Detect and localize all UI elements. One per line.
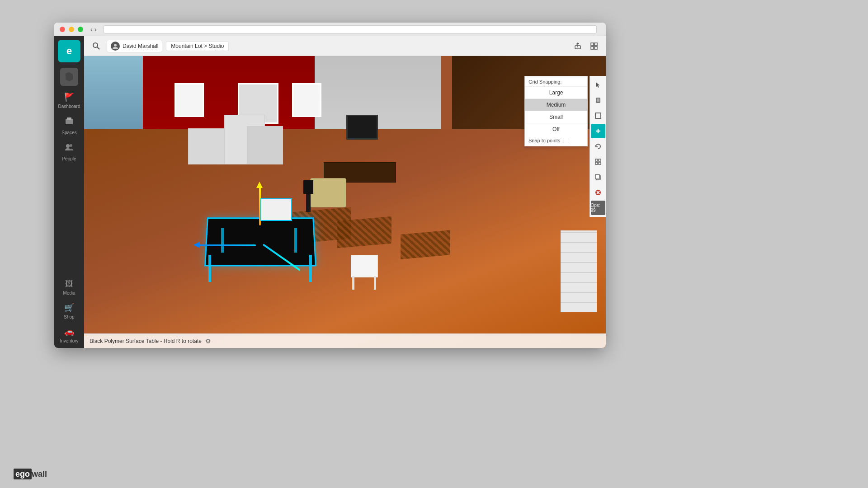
wall-text: wall — [32, 469, 47, 479]
people-icon — [64, 142, 74, 155]
sidebar-item-media[interactable]: 🖼 Media — [54, 277, 84, 298]
table-leg-3 — [221, 228, 224, 253]
titlebar: ‹ › — [54, 23, 606, 36]
select-cursor-icon — [594, 81, 602, 89]
view-toggle-button[interactable] — [588, 40, 600, 52]
add-icon — [594, 127, 602, 135]
share-button[interactable] — [571, 40, 584, 52]
status-bar: Black Polymer Surface Table - Hold R to … — [84, 333, 606, 348]
snap-option-large[interactable]: Large — [525, 87, 587, 99]
svg-rect-18 — [599, 159, 601, 161]
user-pill[interactable]: David Marshall — [107, 40, 162, 52]
toolbar: David Marshall Mountain Lot > Studio — [84, 36, 606, 56]
snap-to-points-row: Snap to points — [525, 135, 587, 146]
art-frame-3 — [292, 83, 321, 117]
snap-to-points-label: Snap to points — [528, 138, 560, 143]
armchair — [310, 178, 346, 207]
svg-point-2 — [66, 144, 70, 148]
tool-rotate[interactable] — [591, 139, 605, 154]
inventory-icon: 🚗 — [64, 327, 74, 337]
move-arrow-horizontal-left — [197, 244, 256, 246]
svg-rect-1 — [67, 117, 71, 120]
egowall-branding: egowall — [14, 469, 47, 479]
stool-leg-2 — [374, 276, 376, 290]
sidebar-label-media: Media — [63, 291, 75, 296]
svg-line-5 — [97, 47, 99, 49]
tool-add[interactable] — [591, 124, 605, 138]
sidebar-item-shop[interactable]: 🛒 Shop — [54, 300, 84, 322]
status-settings-icon[interactable]: ⚙ — [205, 338, 211, 345]
minimize-button[interactable] — [69, 27, 74, 32]
tv-screen — [346, 115, 378, 140]
grid-icon — [594, 158, 602, 165]
ops-label: Ops: 99 — [591, 203, 605, 213]
view-icon — [590, 42, 598, 50]
rotate-icon — [594, 143, 602, 150]
app-window: ‹ › e 🚩 Dashboard — [54, 23, 606, 348]
grid-snap-panel: Grid Snapping: Large Medium Small Off Sn… — [524, 76, 588, 146]
svg-point-4 — [93, 43, 98, 47]
app-icon — [60, 68, 78, 86]
tool-paint[interactable] — [591, 93, 605, 108]
svg-point-6 — [114, 44, 117, 47]
sidebar-label-shop: Shop — [64, 314, 74, 319]
move-arrow-left-head — [193, 242, 200, 248]
share-icon — [574, 42, 582, 50]
sidebar-label-people: People — [62, 156, 76, 161]
sidebar-item-inventory[interactable]: 🚗 Inventory — [54, 324, 84, 346]
user-name: David Marshall — [123, 43, 158, 49]
media-icon: 🖼 — [65, 279, 73, 289]
logo-icon: e — [66, 45, 72, 57]
sidebar-item-people[interactable]: People — [54, 140, 84, 164]
copy-icon — [594, 174, 602, 181]
sidebar-item-dashboard[interactable]: 🚩 Dashboard — [54, 89, 84, 112]
logo[interactable]: e — [58, 40, 80, 62]
viewport[interactable]: Black Polymer Surface Table - Hold R to … — [84, 56, 606, 348]
snap-option-off[interactable]: Off — [525, 123, 587, 135]
back-button[interactable]: ‹ — [90, 26, 93, 33]
rug-2 — [337, 216, 392, 248]
sidebar-item-spaces[interactable]: Spaces — [54, 113, 84, 138]
table-leg-4 — [294, 228, 297, 253]
move-arrow-up-head — [256, 182, 263, 188]
ops-counter: Ops: 99 — [591, 201, 605, 215]
tool-frame[interactable] — [591, 108, 605, 123]
ego-text: ego — [14, 469, 32, 479]
url-bar[interactable] — [104, 25, 597, 33]
snap-to-points-checkbox[interactable] — [563, 138, 568, 143]
tool-delete[interactable] — [591, 185, 605, 200]
tool-grid[interactable] — [591, 155, 605, 169]
snap-option-small[interactable]: Small — [525, 111, 587, 123]
sidebar-label-dashboard: Dashboard — [58, 104, 80, 109]
svg-rect-19 — [595, 162, 598, 164]
close-button[interactable] — [60, 27, 65, 32]
people-svg-icon — [64, 142, 74, 152]
side-table-small — [260, 198, 292, 221]
sidebar-label-spaces: Spaces — [61, 130, 76, 135]
search-button[interactable] — [90, 39, 103, 53]
stair-structure — [561, 230, 597, 312]
svg-rect-8 — [591, 43, 594, 46]
furniture-box-3 — [247, 126, 283, 164]
location-text: Mountain Lot > Studio — [171, 43, 224, 49]
location-pill[interactable]: Mountain Lot > Studio — [166, 41, 229, 51]
snap-option-medium[interactable]: Medium — [525, 99, 587, 111]
search-icon — [92, 42, 100, 50]
stool-leg-1 — [352, 276, 354, 290]
svg-rect-9 — [594, 43, 597, 46]
tool-select[interactable] — [591, 78, 605, 92]
tool-copy[interactable] — [591, 170, 605, 184]
main-content: David Marshall Mountain Lot > Studio — [84, 36, 606, 348]
svg-rect-22 — [595, 174, 599, 179]
svg-point-3 — [70, 144, 72, 147]
svg-rect-17 — [595, 159, 598, 161]
svg-rect-11 — [594, 47, 597, 49]
cube-icon — [64, 116, 74, 126]
svg-rect-13 — [597, 99, 599, 102]
status-text: Black Polymer Surface Table - Hold R to … — [90, 338, 202, 344]
user-avatar — [111, 42, 120, 51]
delete-icon — [594, 189, 602, 196]
maximize-button[interactable] — [78, 27, 83, 32]
speaker-1 — [303, 180, 313, 194]
forward-button[interactable]: › — [94, 26, 97, 33]
